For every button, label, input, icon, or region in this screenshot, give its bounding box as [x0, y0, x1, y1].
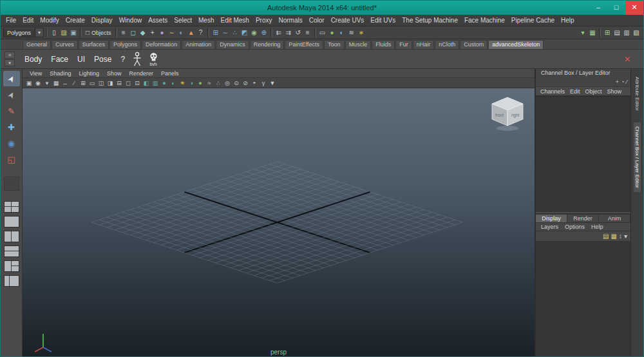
- select-by-object-icon[interactable]: ◻: [129, 28, 138, 37]
- menu-item[interactable]: Edit Mesh: [217, 15, 252, 26]
- sidebar-tab[interactable]: Channel Box / Layer Editor: [634, 122, 641, 192]
- channel-box-menu-item[interactable]: Object: [583, 88, 605, 95]
- shelf-tab[interactable]: Rendering: [250, 40, 285, 49]
- channel-edit-icon[interactable]: ∕: [626, 78, 627, 86]
- shelf-tab[interactable]: Fur: [395, 40, 412, 49]
- menu-item[interactable]: Assets: [145, 15, 171, 26]
- use-all-lights-icon[interactable]: ☀: [178, 79, 187, 88]
- select-by-hierarchy-icon[interactable]: ≡: [119, 28, 128, 37]
- menu-item[interactable]: Edit: [19, 15, 37, 26]
- textured-mode-icon[interactable]: ◐: [169, 79, 178, 88]
- select-camera-icon[interactable]: ▣: [24, 79, 33, 88]
- layout-two-pane-stacked-button[interactable]: [4, 246, 19, 257]
- grease-pencil-icon[interactable]: ∕: [70, 79, 79, 88]
- resolution-gate-icon[interactable]: ◫: [97, 79, 106, 88]
- menu-item[interactable]: Help: [558, 15, 578, 26]
- shelf-button[interactable]: Pose: [90, 50, 116, 68]
- shelf-arrow-button[interactable]: ≡: [5, 52, 15, 59]
- mask-misc-icon[interactable]: ?: [196, 28, 205, 37]
- layout-two-pane-side-button[interactable]: [4, 231, 19, 242]
- shelf-tab[interactable]: Curves: [52, 40, 78, 49]
- minimize-button[interactable]: –: [589, 1, 607, 15]
- lasso-tool-button[interactable]: ➤: [3, 87, 20, 102]
- render-settings-icon[interactable]: ≋: [347, 28, 356, 37]
- shelf-tab[interactable]: nCloth: [435, 40, 459, 49]
- select-tool-button[interactable]: ➤: [3, 71, 20, 86]
- snap-to-planes-icon[interactable]: ◩: [240, 28, 249, 37]
- menu-item[interactable]: Mesh: [195, 15, 217, 26]
- select-by-component-icon[interactable]: ◆: [138, 28, 147, 37]
- layer-editor-tab[interactable]: Display: [536, 214, 567, 223]
- layer-editor-tab[interactable]: Render: [567, 214, 599, 223]
- menu-item[interactable]: Display: [88, 15, 116, 26]
- shelf-tab[interactable]: PaintEffects: [285, 40, 323, 49]
- menu-item[interactable]: Normals: [276, 15, 306, 26]
- menu-item[interactable]: Create: [62, 15, 88, 26]
- output-connections-icon[interactable]: ⇉: [284, 28, 293, 37]
- menu-item[interactable]: File: [3, 15, 19, 26]
- multisample-icon[interactable]: ∴: [214, 79, 223, 88]
- maximize-button[interactable]: □: [607, 1, 625, 15]
- new-scene-icon[interactable]: ▯: [50, 28, 59, 37]
- shelf-arrow-button[interactable]: ▾: [5, 59, 15, 66]
- show-ui-elements-icon[interactable]: ▤: [612, 28, 621, 37]
- open-render-view-icon[interactable]: ▭: [318, 28, 327, 37]
- layer-editor-menu-item[interactable]: Help: [589, 224, 606, 230]
- make-live-icon[interactable]: ◉: [250, 28, 259, 37]
- layer-editor-tab[interactable]: Anim: [599, 214, 630, 223]
- panel-menu-item[interactable]: Lighting: [75, 70, 103, 77]
- layout-outliner-persp-button[interactable]: [4, 275, 19, 287]
- shelf-button[interactable]: ?: [116, 50, 129, 68]
- layout-three-pane-button[interactable]: [4, 260, 19, 272]
- scale-tool-button[interactable]: ◱: [3, 151, 20, 167]
- motion-blur-icon[interactable]: ≈: [205, 79, 214, 88]
- shelf-button[interactable]: Body: [20, 50, 46, 68]
- ambient-occlusion-icon[interactable]: ●: [196, 79, 205, 88]
- menu-item[interactable]: Modify: [37, 15, 62, 26]
- film-gate-icon[interactable]: ▭: [88, 79, 97, 88]
- ipr-render-icon[interactable]: ◐: [337, 28, 346, 37]
- shelf-tab[interactable]: Fluids: [372, 40, 395, 49]
- new-empty-layer-icon[interactable]: ▤: [603, 232, 609, 241]
- menu-item[interactable]: Create UVs: [328, 15, 368, 26]
- channel-manip-icon[interactable]: +: [616, 78, 619, 86]
- menu-set-dropdown[interactable]: Polygons ▾: [3, 28, 44, 37]
- viewport-renderer-icon[interactable]: ▼: [268, 79, 277, 88]
- new-layer-from-selected-icon[interactable]: ▦: [611, 232, 617, 241]
- bvh-import-button[interactable]: bvh: [145, 52, 162, 66]
- shelf-tab[interactable]: Surfaces: [79, 40, 109, 49]
- channel-box-menu-item[interactable]: Edit: [567, 88, 583, 95]
- image-plane-icon[interactable]: ▦: [52, 79, 61, 88]
- panel-menu-item[interactable]: Renderer: [125, 70, 157, 77]
- depth-of-field-icon[interactable]: ◎: [223, 79, 232, 88]
- layout-four-pane-button[interactable]: [4, 201, 19, 213]
- field-chart-icon[interactable]: ⊟: [115, 79, 124, 88]
- construction-history-icon[interactable]: ↺: [294, 28, 303, 37]
- close-icon[interactable]: ✕: [624, 55, 630, 64]
- mask-curves-icon[interactable]: ∼: [167, 28, 176, 37]
- menu-item[interactable]: Pipeline Cache: [508, 15, 558, 26]
- panel-menu-item[interactable]: Show: [103, 70, 126, 77]
- selection-mode-combo[interactable]: □ Objects: [84, 29, 113, 36]
- shelf-tab[interactable]: Toon: [324, 40, 345, 49]
- channel-speed-icon[interactable]: ◔: [621, 78, 624, 86]
- sidebar-tab[interactable]: Attribute Editor: [634, 73, 641, 115]
- isolate-select-icon[interactable]: ⊙: [232, 79, 241, 88]
- shadows-icon[interactable]: ◑: [187, 79, 196, 88]
- menu-item[interactable]: The Setup Machine: [399, 15, 461, 26]
- layer-editor-menu-item[interactable]: Layers: [538, 224, 561, 230]
- open-scene-icon[interactable]: ▨: [59, 28, 68, 37]
- toggle-panel-menus-icon[interactable]: ▾: [578, 28, 587, 37]
- paint-effects-icon[interactable]: ∗: [357, 28, 366, 37]
- layout-single-pane-button[interactable]: [4, 216, 19, 227]
- toggle-shelf-icon[interactable]: ▦: [588, 28, 597, 37]
- sort-layers-icon[interactable]: ↕: [619, 232, 622, 241]
- shelf-tab[interactable]: Deformation: [142, 40, 181, 49]
- shelf-tab[interactable]: Custom: [460, 40, 488, 49]
- sidebar-toggle-icon[interactable]: ▧: [632, 28, 641, 37]
- two-d-pan-zoom-icon[interactable]: ↔: [61, 79, 70, 88]
- menu-item[interactable]: Proxy: [252, 15, 276, 26]
- paint-select-tool-button[interactable]: ✎: [3, 103, 20, 119]
- panel-menu-item[interactable]: View: [26, 70, 46, 77]
- close-button[interactable]: ✕: [625, 1, 643, 15]
